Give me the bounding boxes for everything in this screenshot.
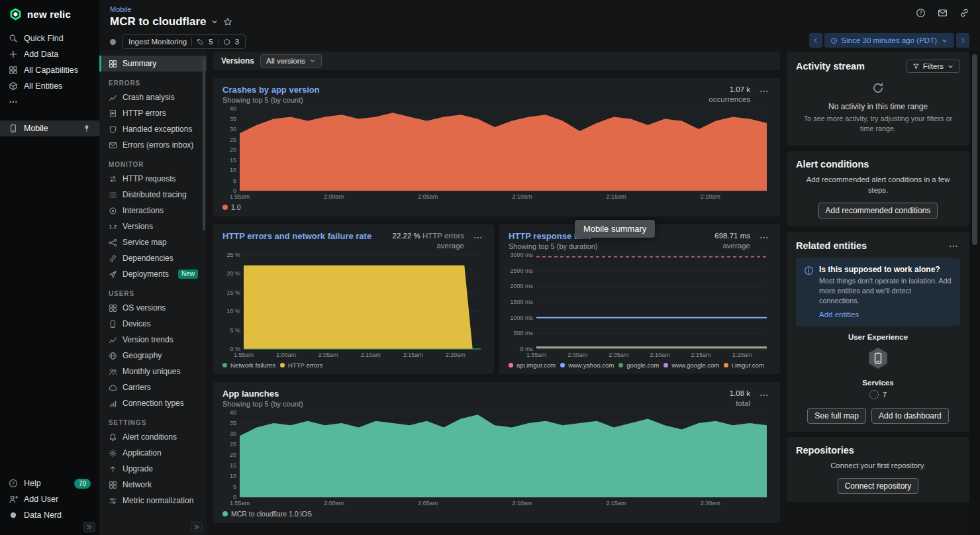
sidebar-item-help[interactable]: Help70 bbox=[0, 475, 99, 491]
sidebar-item-mobile[interactable]: Mobile bbox=[0, 121, 99, 136]
sidebar-item-metric-normalization[interactable]: Metric normalization bbox=[99, 493, 207, 509]
sidebar-item-versions[interactable]: Versions bbox=[99, 219, 207, 234]
entity-tag-bar[interactable]: Ingest Monitoring 5 3 bbox=[122, 34, 246, 49]
legend-item[interactable]: i.imgur.com bbox=[724, 362, 764, 369]
help-circle-button[interactable] bbox=[915, 7, 926, 18]
sidebar-item-all-capabilities[interactable]: All Capabilities bbox=[0, 62, 99, 78]
legend-item[interactable]: HTTP errors bbox=[280, 362, 322, 369]
sidebar-item-version-trends[interactable]: Version trends bbox=[99, 332, 207, 348]
sidebar-item-quick-find[interactable]: Quick Find bbox=[0, 30, 99, 46]
legend-item[interactable]: Network failures bbox=[222, 362, 275, 369]
chevron-down-icon bbox=[309, 58, 316, 64]
collapse-entity-sidebar-button[interactable] bbox=[191, 522, 203, 532]
scrollbar-thumb[interactable] bbox=[972, 54, 977, 245]
page-scrollbar[interactable] bbox=[969, 50, 980, 535]
sidebar-item-http-errors[interactable]: HTTP errors bbox=[99, 105, 207, 121]
see-full-map-button[interactable]: See full map bbox=[807, 408, 866, 424]
favorite-star-icon[interactable] bbox=[223, 17, 232, 26]
svg-text:1000 ms: 1000 ms bbox=[510, 314, 533, 320]
title-caret-icon[interactable] bbox=[211, 18, 219, 26]
sidebar-item-item[interactable] bbox=[0, 94, 99, 110]
legend-item[interactable]: www.google.com bbox=[663, 362, 719, 369]
legend-label: api.imgur.com bbox=[516, 362, 556, 369]
sidebar-item-geography[interactable]: Geography bbox=[99, 348, 207, 364]
services-cluster-icon[interactable] bbox=[869, 390, 879, 399]
sidebar-item-errors-errors-inbox[interactable]: Errors (errors inbox) bbox=[99, 137, 207, 153]
sidebar-item-data-nerd[interactable]: Data Nerd bbox=[0, 507, 99, 523]
brand[interactable]: new relic bbox=[0, 0, 99, 30]
legend-dot bbox=[560, 363, 565, 367]
crashes-chart[interactable]: 05101520253035401:55am2:00am2:05am2:10am… bbox=[222, 105, 771, 201]
entity-status-dot bbox=[110, 39, 116, 45]
sidebar-item-os-versions[interactable]: OS versions bbox=[99, 300, 207, 316]
plus-icon bbox=[9, 50, 18, 59]
legend-item[interactable]: MCR to cloudflare 1.0:iOS bbox=[222, 510, 312, 518]
sidebar-item-network[interactable]: Network bbox=[99, 477, 207, 493]
refresh-icon[interactable] bbox=[872, 82, 884, 94]
breadcrumb[interactable]: Mobile bbox=[110, 5, 969, 13]
chart-card-crashes: Crashes by app version Showing top 5 (by… bbox=[213, 78, 780, 217]
chart-menu-button[interactable]: ⋯ bbox=[472, 231, 485, 243]
nav-item-label: Upgrade bbox=[122, 464, 153, 473]
link-icon bbox=[109, 254, 117, 263]
legend-item[interactable]: api.imgur.com bbox=[509, 362, 556, 369]
pin-icon bbox=[83, 124, 91, 132]
sidebar-item-alert-conditions[interactable]: Alert conditions bbox=[99, 429, 207, 445]
app-launches-chart[interactable]: 05101520253035401:55am2:00am2:05am2:10am… bbox=[222, 409, 771, 508]
filters-button[interactable]: Filters bbox=[906, 60, 960, 73]
sidebar-item-distributed-tracing[interactable]: Distributed tracing bbox=[99, 187, 207, 203]
mobile-entity-hexagon-icon[interactable] bbox=[865, 345, 891, 371]
sidebar-item-crash-analysis[interactable]: Crash analysis bbox=[99, 89, 207, 105]
chart-title[interactable]: HTTP errors and network failure rate bbox=[222, 231, 371, 241]
sidebar-item-connection-types[interactable]: Connection types bbox=[99, 395, 207, 411]
sidebar-item-devices[interactable]: Devices bbox=[99, 316, 207, 332]
chart-menu-button[interactable]: ⋯ bbox=[758, 85, 771, 97]
sidebar-item-all-entities[interactable]: All Entities bbox=[0, 78, 99, 94]
nav-item-label: Geography bbox=[122, 351, 162, 360]
sidebar-item-application[interactable]: Application bbox=[99, 445, 207, 461]
onetwo-icon bbox=[109, 222, 117, 231]
chart-title[interactable]: Crashes by app version bbox=[222, 85, 320, 95]
legend-item[interactable]: www.yahoo.com bbox=[560, 362, 614, 369]
http-errors-chart[interactable]: 0 %5 %10 %15 %20 %25 %1:55am2:00am2:05am… bbox=[222, 251, 485, 360]
connect-repository-button[interactable]: Connect repository bbox=[838, 478, 919, 494]
versions-dropdown[interactable]: All versions bbox=[260, 54, 322, 68]
chart-menu-button[interactable]: ⋯ bbox=[758, 231, 771, 243]
legend-item[interactable]: google.com bbox=[618, 362, 659, 369]
sidebar-item-monthly-uniques[interactable]: Monthly uniques bbox=[99, 364, 207, 379]
sidebar-item-add-data[interactable]: Add Data bbox=[0, 46, 99, 62]
svg-text:20: 20 bbox=[230, 452, 236, 458]
nav-item-label: Connection types bbox=[122, 399, 184, 408]
legend-item[interactable]: 1.0 bbox=[222, 203, 241, 211]
sidebar-item-interactions[interactable]: Interactions bbox=[99, 203, 207, 219]
sidebar-item-add-user[interactable]: Add User bbox=[0, 491, 99, 507]
add-entities-link[interactable]: Add entities bbox=[819, 311, 859, 318]
sidebar-item-handled-exceptions[interactable]: Handled exceptions bbox=[99, 121, 207, 137]
search-icon bbox=[9, 34, 18, 43]
page-title: MCR to cloudflare bbox=[110, 15, 206, 28]
chart-menu-button[interactable]: ⋯ bbox=[758, 389, 771, 401]
sidebar-item-deployments[interactable]: DeploymentsNew bbox=[99, 266, 207, 282]
add-recommended-conditions-button[interactable]: Add recommended conditions bbox=[818, 203, 938, 219]
inbox-button[interactable] bbox=[937, 7, 948, 18]
sidebar-item-upgrade[interactable]: Upgrade bbox=[99, 461, 207, 477]
share-link-button[interactable] bbox=[959, 7, 969, 18]
sidebar-item-http-requests[interactable]: HTTP requests bbox=[99, 171, 207, 187]
sidebar-item-carriers[interactable]: Carriers bbox=[99, 379, 207, 395]
sidebar-item-summary[interactable]: Summary bbox=[99, 56, 207, 72]
chart-summary-value: 698.71 ms average bbox=[697, 231, 750, 251]
collapse-sidebar-button[interactable] bbox=[83, 522, 95, 532]
scrollbar-thumb[interactable] bbox=[203, 57, 205, 230]
time-forward-button[interactable] bbox=[956, 33, 969, 48]
response-time-chart[interactable]: 0 ms500 ms1000 ms1500 ms2000 ms2500 ms30… bbox=[509, 251, 771, 360]
related-entities-menu-button[interactable]: ⋯ bbox=[948, 240, 960, 252]
chart-card-response-time: HTTP response time Showing top 5 (by dur… bbox=[499, 224, 780, 374]
sidebar-item-service-map[interactable]: Service map bbox=[99, 234, 207, 250]
nav-item-label: OS versions bbox=[122, 303, 166, 313]
time-back-button[interactable] bbox=[809, 33, 822, 48]
chart-icon bbox=[109, 93, 117, 102]
sidebar-item-dependencies[interactable]: Dependencies bbox=[99, 250, 207, 266]
time-range-picker[interactable]: Since 30 minutes ago (PDT) bbox=[824, 33, 954, 48]
add-to-dashboard-button[interactable]: Add to dashboard bbox=[871, 408, 949, 424]
svg-text:2:20am: 2:20am bbox=[446, 352, 466, 358]
